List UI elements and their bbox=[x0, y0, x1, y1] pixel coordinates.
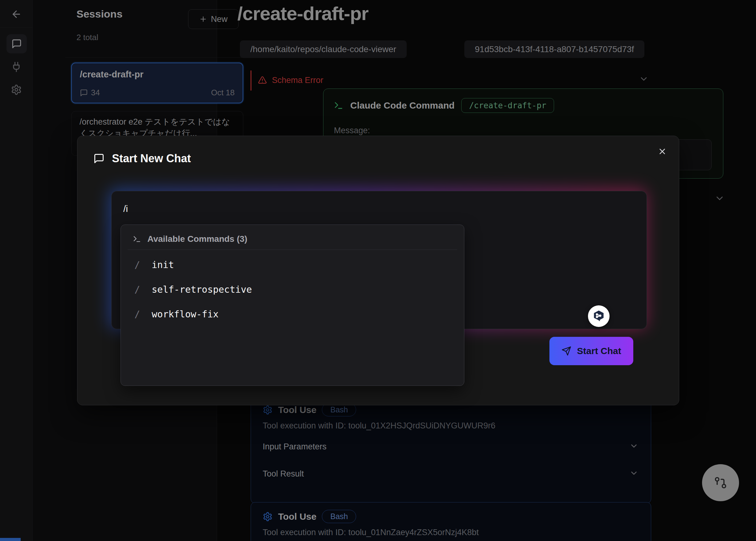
modal-title: Start New Chat bbox=[112, 152, 191, 165]
command-option-workflow-fix[interactable]: / workflow-fix bbox=[128, 305, 457, 323]
autocomplete-divider bbox=[128, 250, 457, 250]
command-prefix: / bbox=[135, 260, 140, 270]
command-option-init[interactable]: / init bbox=[128, 256, 457, 273]
autocomplete-header-label: Available Commands (3) bbox=[148, 234, 247, 244]
send-icon bbox=[562, 346, 571, 356]
start-new-chat-modal: Start New Chat /i bbox=[77, 136, 679, 405]
command-prefix: / bbox=[135, 284, 140, 295]
modal-header: Start New Chat bbox=[94, 152, 191, 165]
app: Sessions New 2 total /create-draft-pr 34… bbox=[0, 0, 756, 541]
chat-input-value: /i bbox=[123, 204, 128, 214]
command-prefix: / bbox=[135, 309, 140, 319]
chat-bubble-icon bbox=[94, 153, 105, 164]
autocomplete-header: Available Commands (3) bbox=[133, 234, 247, 244]
command-name: self-retrospective bbox=[152, 284, 252, 295]
start-chat-button[interactable]: Start Chat bbox=[550, 337, 633, 365]
command-option-self-retrospective[interactable]: / self-retrospective bbox=[128, 280, 457, 298]
close-button[interactable] bbox=[655, 145, 669, 158]
start-chat-label: Start Chat bbox=[577, 346, 621, 356]
claude-logo-badge bbox=[588, 305, 609, 327]
command-name: init bbox=[152, 260, 174, 270]
terminal-icon bbox=[133, 235, 141, 244]
command-name: workflow-fix bbox=[152, 309, 218, 319]
command-autocomplete: Available Commands (3) / init / self-ret… bbox=[121, 225, 464, 386]
chat-logo-icon bbox=[592, 309, 605, 323]
close-icon bbox=[658, 147, 667, 156]
